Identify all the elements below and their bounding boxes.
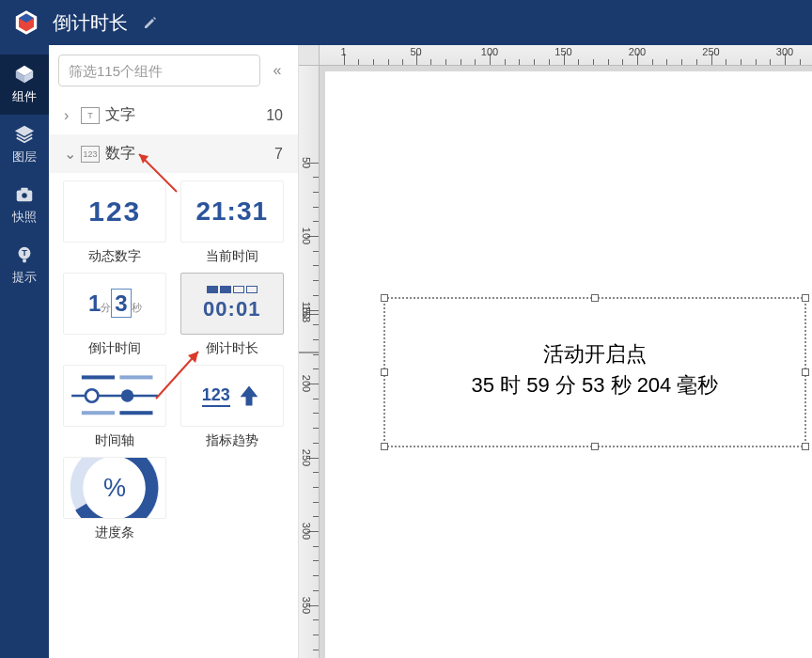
component-label: 动态数字 (88, 248, 141, 265)
collapse-sidebar-icon[interactable]: « (266, 62, 289, 79)
nav-snapshot-label: 快照 (12, 209, 37, 226)
page-title: 倒计时长 (53, 10, 128, 36)
component-countdown-duration[interactable]: 00:01 倒计时长 (178, 273, 288, 357)
component-current-time[interactable]: 21:31 当前时间 (178, 180, 288, 265)
svg-rect-14 (82, 411, 115, 415)
nav-hints-label: 提示 (12, 269, 37, 286)
element-content: 活动开启点 35 时 59 分 53 秒 204 毫秒 (385, 299, 804, 400)
edit-title-icon[interactable] (143, 15, 158, 30)
resize-handle-s[interactable] (591, 443, 599, 450)
svg-text:T: T (22, 248, 27, 258)
svg-text:%: % (103, 474, 126, 502)
svg-rect-12 (82, 375, 115, 379)
element-line1: 活动开启点 (385, 338, 804, 369)
resize-handle-se[interactable] (802, 443, 809, 450)
preview-text: 00:01 (203, 297, 260, 321)
resize-handle-e[interactable] (802, 368, 809, 376)
resize-handle-w[interactable] (381, 368, 388, 376)
timeline-icon (64, 370, 165, 421)
component-countdown-timer[interactable]: 1分3秒 倒计时间 (60, 273, 170, 357)
number-category-icon: 123 (81, 146, 100, 163)
countdown-duration-element[interactable]: 活动开启点 35 时 59 分 53 秒 204 毫秒 (383, 297, 806, 447)
category-label: 数字 (105, 144, 274, 164)
ruler-horizontal: 150100150200250300 (320, 45, 812, 66)
category-label: 文字 (105, 105, 266, 125)
svg-rect-13 (120, 375, 153, 379)
svg-rect-4 (21, 188, 27, 192)
progress-ring-icon: % (64, 457, 165, 519)
text-category-icon: T (81, 107, 100, 124)
preview-countdown: 1分3秒 (88, 290, 142, 317)
preview-boxes (207, 286, 258, 293)
element-line2: 35 时 59 分 53 秒 204 毫秒 (385, 369, 804, 400)
component-label: 进度条 (95, 525, 134, 541)
ruler-vertical: 50100150153200250300350 (299, 66, 320, 658)
svg-rect-15 (120, 411, 153, 415)
category-text[interactable]: › T 文字 10 (49, 96, 298, 134)
component-label: 指标趋势 (206, 432, 258, 449)
filter-input[interactable] (58, 55, 260, 86)
chevron-right-icon: › (64, 107, 75, 124)
preview-text: 123 (88, 196, 141, 227)
nav-components[interactable]: 组件 (0, 55, 49, 115)
nav-layers-label: 图层 (12, 149, 37, 165)
component-progress-ring[interactable]: % 进度条 (60, 457, 170, 541)
component-label: 倒计时长 (206, 340, 258, 357)
nav-rail: 组件 图层 快照 T 提示 (0, 45, 49, 658)
svg-point-11 (121, 389, 134, 402)
component-timeline[interactable]: 时间轴 (60, 365, 170, 449)
svg-point-10 (86, 389, 99, 402)
canvas-area[interactable]: 150100150200250300 501001501532002503003… (299, 45, 812, 658)
svg-point-5 (22, 193, 27, 198)
resize-handle-sw[interactable] (381, 443, 388, 450)
resize-handle-ne[interactable] (802, 294, 809, 302)
category-count: 7 (274, 146, 283, 163)
component-label: 时间轴 (95, 432, 134, 449)
component-dynamic-number[interactable]: 123 动态数字 (60, 180, 170, 265)
app-header: 倒计时长 (0, 0, 812, 45)
resize-handle-nw[interactable] (381, 294, 388, 302)
category-count: 10 (266, 107, 283, 124)
component-metric-trend[interactable]: 123 指标趋势 (178, 365, 288, 449)
component-label: 倒计时间 (88, 340, 141, 357)
component-sidebar: « › T 文字 10 ⌄ 123 数字 7 123 动态数字 21:31 当前… (49, 45, 299, 658)
trend-preview: 123 (202, 383, 262, 409)
preview-text: 21:31 (195, 196, 268, 227)
app-logo (11, 8, 41, 38)
ruler-corner (299, 45, 320, 66)
category-number[interactable]: ⌄ 123 数字 7 (49, 134, 298, 173)
resize-handle-n[interactable] (591, 294, 599, 302)
component-label: 当前时间 (206, 248, 258, 265)
nav-layers[interactable]: 图层 (0, 115, 49, 175)
nav-snapshot[interactable]: 快照 (0, 175, 49, 235)
nav-hints[interactable]: T 提示 (0, 235, 49, 295)
chevron-down-icon: ⌄ (64, 145, 75, 163)
canvas-viewport[interactable]: 活动开启点 35 时 59 分 53 秒 204 毫秒 (320, 66, 812, 658)
arrow-up-icon (236, 383, 262, 409)
svg-rect-7 (23, 259, 26, 263)
nav-components-label: 组件 (12, 88, 37, 105)
